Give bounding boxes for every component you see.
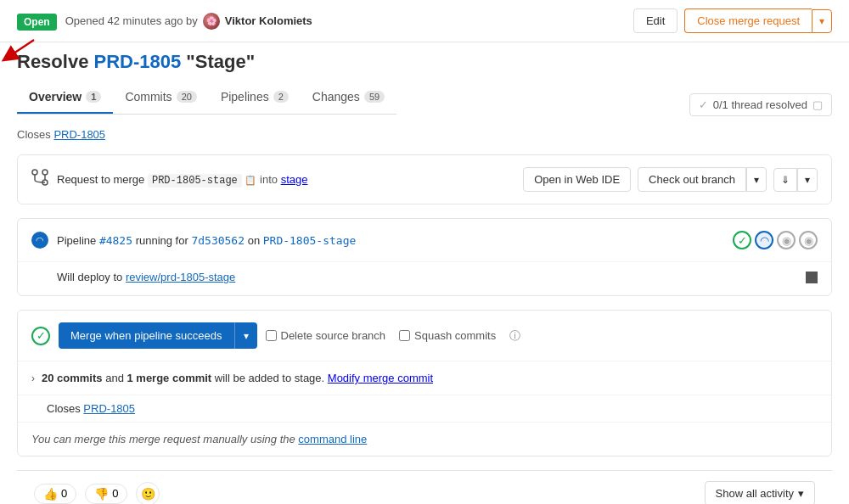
closes-inner-link[interactable]: PRD-1805 xyxy=(83,402,135,415)
closes-link[interactable]: PRD-1805 xyxy=(53,128,105,141)
squash-commits-label[interactable]: Squash commits xyxy=(399,329,496,342)
thread-expand-icon: ▢ xyxy=(812,98,823,111)
tab-changes-count: 59 xyxy=(364,91,385,103)
pipeline-deploy-row: Will deploy to review/prd-1805-stage xyxy=(18,261,831,295)
and-text: and xyxy=(105,372,127,384)
tab-changes-label: Changes xyxy=(312,90,360,104)
thread-resolved-text: 0/1 thread resolved xyxy=(713,98,807,111)
tab-commits-count: 20 xyxy=(177,91,197,103)
tab-pipelines[interactable]: Pipelines 2 xyxy=(209,81,301,114)
activity-chevron-icon: ▾ xyxy=(798,487,804,500)
merge-icon xyxy=(31,169,48,190)
tab-pipelines-count: 2 xyxy=(273,91,289,103)
close-mr-button[interactable]: Close merge request xyxy=(684,8,812,33)
thumbs-down-button[interactable]: 👎 0 xyxy=(85,484,127,504)
cmdline-row: You can merge this merge request manuall… xyxy=(18,423,831,456)
merge-request-row: Request to merge PRD-1805-stage 📋 into s… xyxy=(18,155,831,204)
tab-overview-count: 1 xyxy=(86,91,101,103)
merge-info: Request to merge PRD-1805-stage 📋 into s… xyxy=(57,173,514,187)
pipeline-commit[interactable]: 7d530562 xyxy=(191,234,245,247)
check-circle-icon: ✓ xyxy=(31,327,50,345)
opened-text: Opened 42 minutes ago by xyxy=(65,14,198,27)
delete-source-label[interactable]: Delete source branch xyxy=(266,329,386,342)
status-pending-icon-1: ◉ xyxy=(777,231,796,249)
download-button[interactable]: ⇓ xyxy=(773,168,797,192)
commits-count: 20 commits xyxy=(42,372,103,384)
squash-help-icon[interactable]: ⓘ xyxy=(509,328,520,344)
tab-commits[interactable]: Commits 20 xyxy=(113,81,208,114)
title-link[interactable]: PRD-1805 xyxy=(94,51,182,72)
command-line-link[interactable]: command line xyxy=(298,433,367,445)
download-dropdown[interactable]: ▾ xyxy=(797,168,818,192)
delete-source-text: Delete source branch xyxy=(281,329,386,342)
top-bar-left: Open Opened 42 minutes ago by 🌸 Viktor K… xyxy=(17,13,312,30)
pipeline-branch[interactable]: PRD-1805-stage xyxy=(263,234,357,247)
title-resolve: Resolve xyxy=(17,51,88,72)
commits-info-row: › 20 commits and 1 merge commit will be … xyxy=(18,361,831,395)
stop-button[interactable] xyxy=(806,272,818,283)
checkout-dropdown[interactable]: ▾ xyxy=(746,167,767,192)
thumbs-up-emoji: 👍 xyxy=(43,487,58,501)
tabs: Overview 1 Commits 20 Pipelines 2 Change… xyxy=(17,81,396,115)
top-bar: Open Opened 42 minutes ago by 🌸 Viktor K… xyxy=(0,0,849,42)
checkout-group: Check out branch ▾ xyxy=(638,167,767,192)
modify-merge-commit-link[interactable]: Modify merge commit xyxy=(328,372,433,384)
show-all-activity-button[interactable]: Show all activity ▾ xyxy=(705,481,815,504)
thread-resolved-icon: ✓ xyxy=(699,98,708,111)
merge-request-card: Request to merge PRD-1805-stage 📋 into s… xyxy=(17,154,832,204)
author-name: Viktor Kolomiets xyxy=(225,14,312,27)
squash-commits-checkbox[interactable] xyxy=(399,330,410,341)
merge-action-row: ✓ Merge when pipeline succeeds ▾ Delete … xyxy=(18,311,831,361)
thread-resolved[interactable]: ✓ 0/1 thread resolved ▢ xyxy=(689,93,832,116)
copy-icon[interactable]: 📋 xyxy=(245,175,256,185)
status-success-icon: ✓ xyxy=(733,231,751,249)
main-content: Resolve PRD-1805 "Stage" Overview 1 Comm… xyxy=(0,42,849,504)
pipeline-spinner-icon: ◠ xyxy=(31,232,48,249)
tab-overview-label: Overview xyxy=(29,90,82,104)
thumbs-up-button[interactable]: 👍 0 xyxy=(34,484,76,504)
checkout-branch-button[interactable]: Check out branch xyxy=(638,167,746,192)
pipeline-number[interactable]: #4825 xyxy=(99,234,132,247)
close-mr-dropdown[interactable]: ▾ xyxy=(812,9,832,33)
merge-when-pipeline-button[interactable]: Merge when pipeline succeeds xyxy=(59,322,234,349)
closes-inner-text: Closes xyxy=(47,402,83,415)
opened-info: Opened 42 minutes ago by 🌸 Viktor Kolomi… xyxy=(65,13,312,30)
into-text: into xyxy=(260,173,278,186)
merge-actions: Open in Web IDE Check out branch ▾ ⇓ ▾ xyxy=(523,167,818,192)
tab-overview[interactable]: Overview 1 xyxy=(17,81,113,114)
status-running-icon: ◠ xyxy=(755,231,773,249)
tab-pipelines-label: Pipelines xyxy=(221,90,269,104)
arrow-container: Open xyxy=(17,14,57,28)
pipeline-on: on xyxy=(248,234,263,247)
top-bar-right: Edit Close merge request ▾ xyxy=(633,8,832,33)
will-be-added-text: will be added to stage. xyxy=(215,372,328,384)
chevron-right-icon[interactable]: › xyxy=(31,372,35,384)
closes-line: Closes PRD-1805 xyxy=(17,128,832,141)
author-avatar: 🌸 xyxy=(203,13,220,30)
deploy-link[interactable]: review/prd-1805-stage xyxy=(126,271,235,283)
cmdline-text: You can merge this merge request manuall… xyxy=(31,433,295,445)
svg-point-3 xyxy=(42,170,48,175)
close-mr-group: Close merge request ▾ xyxy=(684,8,832,33)
svg-point-1 xyxy=(32,170,37,175)
open-web-ide-button[interactable]: Open in Web IDE xyxy=(523,167,631,192)
merge-commit-text: 1 merge commit xyxy=(127,372,211,384)
download-group: ⇓ ▾ xyxy=(773,168,818,192)
tab-changes[interactable]: Changes 59 xyxy=(301,81,396,114)
thumbs-up-count: 0 xyxy=(61,487,67,500)
merge-dropdown[interactable]: ▾ xyxy=(234,322,257,349)
delete-source-checkbox[interactable] xyxy=(266,330,277,341)
pipeline-label: Pipeline xyxy=(57,234,99,247)
tab-commits-label: Commits xyxy=(125,90,171,104)
request-to-merge-label: Request to merge xyxy=(57,173,144,186)
closes-text: Closes xyxy=(17,128,51,141)
tabs-row: Overview 1 Commits 20 Pipelines 2 Change… xyxy=(17,81,832,128)
pipeline-info: Pipeline #4825 running for 7d530562 on P… xyxy=(57,234,724,247)
merge-options: Delete source branch Squash commits ⓘ xyxy=(266,328,521,344)
pipeline-card: ◠ Pipeline #4825 running for 7d530562 on… xyxy=(17,218,832,296)
target-branch[interactable]: stage xyxy=(281,173,308,186)
edit-button[interactable]: Edit xyxy=(633,8,678,33)
emoji-picker-button[interactable]: 🙂 xyxy=(136,482,160,505)
deploy-text: Will deploy to review/prd-1805-stage xyxy=(57,271,235,283)
reactions: 👍 0 👎 0 🙂 xyxy=(34,482,160,505)
